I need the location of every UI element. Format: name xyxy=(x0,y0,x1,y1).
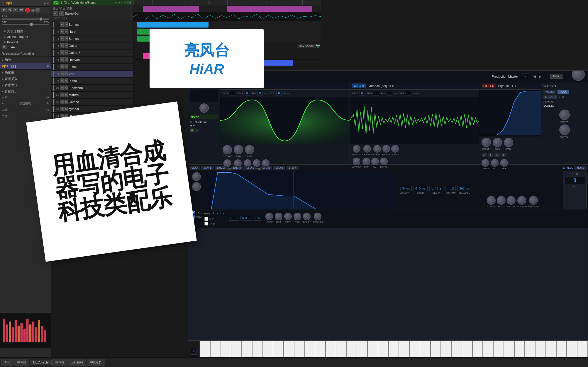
noise-ctrl[interactable]: -1 xyxy=(195,129,199,132)
filter-pan-knob[interactable] xyxy=(504,138,513,147)
settings-gear2-icon[interactable]: ⚙ xyxy=(46,108,49,112)
track-s-11[interactable]: S xyxy=(65,93,68,97)
osc-b-level2-knob[interactable] xyxy=(380,158,388,165)
env-mod-knob2[interactable] xyxy=(192,182,201,191)
osc-b-prev[interactable]: ◀ xyxy=(389,84,391,87)
filter-n-btn[interactable]: N xyxy=(494,153,500,157)
osc-b-phase-knob[interactable] xyxy=(382,145,390,153)
sustain-knob[interactable] xyxy=(517,196,526,205)
track-m-11[interactable]: M xyxy=(60,93,64,97)
track-m-1[interactable]: M xyxy=(60,22,64,27)
kontakt-item[interactable]: ⊕ Kontakt xyxy=(2,40,49,45)
osc-b-off-knob[interactable] xyxy=(362,158,370,165)
osc-b-rand-knob[interactable] xyxy=(391,145,399,153)
track-list-item-4[interactable]: 4 M S Guitar xyxy=(51,42,133,49)
filter-b-btn[interactable]: B xyxy=(488,153,493,157)
osc-a-pan-knob[interactable] xyxy=(234,145,243,154)
mute-btn[interactable]: M xyxy=(1,8,7,13)
track-list-item-2[interactable]: 2 M S Harp xyxy=(51,28,133,35)
bypass-icon[interactable]: ⊗ xyxy=(47,2,49,5)
filter-res-knob[interactable] xyxy=(493,138,502,147)
grid-val-display[interactable]: 8 xyxy=(565,177,585,184)
synth-group[interactable]: ▶ 音频推子 xyxy=(0,88,51,94)
decay-knob[interactable] xyxy=(507,196,516,205)
qc-refresh-icon[interactable]: ↻ xyxy=(47,102,49,105)
audio-send-group[interactable]: ▶ 音频发送 xyxy=(0,82,51,88)
track-list-item-9[interactable]: 9 M S Piano xyxy=(51,78,133,85)
track-m-8[interactable]: M xyxy=(60,71,64,76)
osc-a-fin-val[interactable]: 0 xyxy=(257,91,263,96)
track-list-item-12[interactable]: 12 M S Combo xyxy=(51,99,133,106)
track-s-3[interactable]: S xyxy=(65,36,68,41)
vps-bypass[interactable]: ⊗ xyxy=(47,65,49,68)
poly-btn[interactable]: POLY xyxy=(558,90,569,94)
next-preset-btn[interactable]: ▶ xyxy=(539,74,541,78)
track-s-2[interactable]: S xyxy=(65,29,68,34)
toolbar-btn-harmony[interactable]: 和弦 xyxy=(1,359,13,366)
write-btn[interactable]: W xyxy=(19,8,24,13)
env3-tab[interactable]: ENV 3 xyxy=(231,166,243,170)
track-m-9[interactable]: M xyxy=(60,78,64,83)
attack-knob[interactable] xyxy=(487,196,496,205)
release-knob[interactable] xyxy=(529,196,538,205)
camera-icon[interactable]: 📷 xyxy=(315,43,320,48)
curve-knob[interactable] xyxy=(559,124,570,135)
osc-b-fin-val[interactable]: 0 xyxy=(387,91,392,96)
lfo4-tab[interactable]: LFO 4 xyxy=(287,166,299,170)
track-list-item-5[interactable]: 5 M S Guitar 2 xyxy=(51,49,133,57)
osc-b-sem-val[interactable]: 0 xyxy=(374,91,379,96)
hold-knob[interactable] xyxy=(497,196,506,205)
osc-a-level-knob[interactable] xyxy=(245,145,254,154)
track-s-6[interactable]: S xyxy=(65,57,68,62)
osc-b-next[interactable]: ▶ xyxy=(392,84,394,87)
env1-tab[interactable]: ENV 1 xyxy=(201,166,213,170)
toolbar-btn-mixconsole[interactable]: MixConsole xyxy=(30,360,52,365)
env-mod-knob1[interactable] xyxy=(192,172,201,181)
osc-a-crs-val[interactable]: 0 xyxy=(276,91,282,96)
track-list-item-11[interactable]: 11 M S Mantra xyxy=(51,92,133,99)
lfo2-tab[interactable]: LFO 2 xyxy=(260,166,272,170)
legato-btn[interactable]: LEGATO xyxy=(543,95,558,99)
arr-clip-strings-1[interactable] xyxy=(143,6,199,12)
io-m-btn[interactable]: M xyxy=(53,11,58,16)
io-s-btn[interactable]: S xyxy=(59,11,64,16)
arr-clip-3[interactable] xyxy=(137,22,209,28)
all-midi-item[interactable]: ⊕ All MIDI Inputs xyxy=(2,34,49,40)
track-m-7[interactable]: M xyxy=(60,64,64,69)
filter-prev[interactable]: ◀ xyxy=(511,84,513,87)
settings-gear-icon[interactable]: ⚙ xyxy=(46,95,49,99)
menu-btn[interactable]: Menu xyxy=(550,74,563,79)
noise-prev[interactable]: ◀ xyxy=(190,124,192,127)
vps-track-selected[interactable]: Vps ▐▐▐ ⊗ xyxy=(0,63,51,70)
lfo1-tab[interactable]: LFO 1 xyxy=(244,166,256,170)
track-s-1[interactable]: S xyxy=(65,22,68,27)
dot-knob[interactable] xyxy=(275,213,282,220)
sub-level-knob[interactable] xyxy=(199,103,209,113)
lfo3-tab[interactable]: LFO 3 xyxy=(273,166,285,170)
track-s-4[interactable]: S xyxy=(65,43,68,48)
eq-group[interactable]: ▶ 均衡器 xyxy=(0,70,51,76)
track-m-6[interactable]: M xyxy=(60,57,64,62)
toolbar-btn-chord[interactable]: 和弦走势 xyxy=(87,359,105,366)
track-m-2[interactable]: M xyxy=(60,29,64,34)
toolbar-btn-editor2[interactable]: 编辑器 xyxy=(52,359,67,366)
osc-a-sem-val[interactable]: 0 xyxy=(245,91,250,96)
noise-next[interactable]: ▶ xyxy=(193,124,195,127)
track-s-12[interactable]: S xyxy=(65,100,68,104)
pan-slider[interactable] xyxy=(2,24,49,25)
mono-btn[interactable]: MONO xyxy=(543,90,556,94)
track-s-13[interactable]: S xyxy=(65,107,68,111)
filter-drive-knob[interactable] xyxy=(482,159,489,167)
filter-mix-knob[interactable] xyxy=(500,159,508,167)
track-list-item-7[interactable]: 7 M S E-Bell xyxy=(51,64,133,71)
track-s-9[interactable]: S xyxy=(65,78,68,83)
input-knob[interactable] xyxy=(35,8,40,13)
velo-btn[interactable]: ⊞ VELO xyxy=(563,166,573,169)
rate-knob[interactable] xyxy=(284,213,292,220)
note-btn[interactable]: NOTE xyxy=(575,166,587,170)
toolbar-btn-band[interactable]: 乐队控制 xyxy=(68,359,86,366)
filter-next[interactable]: ▶ xyxy=(515,84,517,87)
volume-slider[interactable] xyxy=(2,18,49,20)
delay-knob[interactable] xyxy=(303,213,311,220)
osc-b-oct-val[interactable]: 0 xyxy=(360,91,365,96)
